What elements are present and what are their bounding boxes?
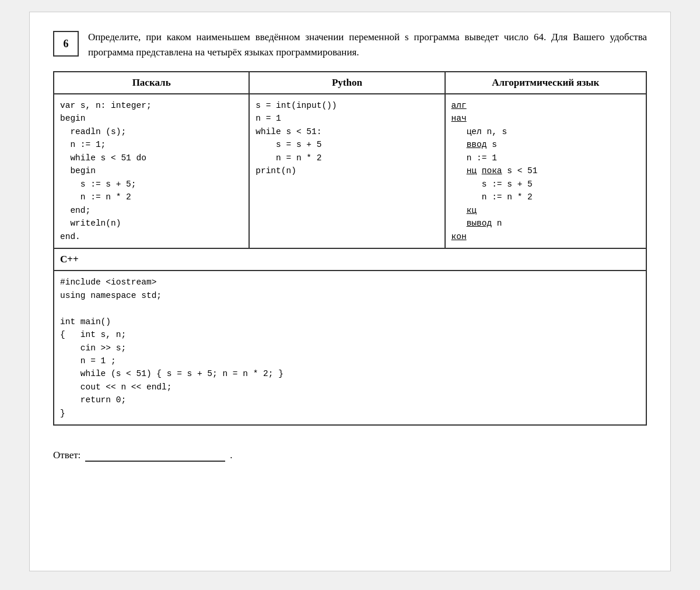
pascal-header: Паскаль (54, 72, 249, 94)
alg-cell: алг нач цел n, s ввод s n := 1 нц пока s… (445, 94, 646, 248)
question-text: Определите, при каком наименьшем введённ… (88, 30, 647, 59)
answer-label: Ответ: (53, 449, 80, 461)
code-row: var s, n: integer; begin readln (s); n :… (54, 94, 646, 248)
page: 6 Определите, при каком наименьшем введё… (29, 12, 671, 571)
alg-code: алг нач цел n, s ввод s n := 1 нц пока s… (452, 99, 640, 243)
cpp-code-cell: #include <iostream> using namespace std;… (54, 271, 646, 425)
python-cell: s = int(input()) n = 1 while s < 51: s =… (249, 94, 444, 248)
cpp-header-cell: C++ (54, 248, 646, 271)
cpp-header-row: C++ (54, 248, 646, 271)
answer-dot: . (230, 449, 232, 461)
pascal-cell: var s, n: integer; begin readln (s); n :… (54, 94, 249, 248)
answer-input-line[interactable] (85, 449, 225, 462)
table-header-row: Паскаль Python Алгоритмический язык (54, 72, 646, 94)
answer-section: Ответ: . (53, 449, 647, 462)
question-header: 6 Определите, при каком наименьшем введё… (53, 30, 647, 59)
question-number: 6 (53, 31, 79, 57)
cpp-code: #include <iostream> using namespace std;… (60, 276, 640, 420)
code-table: Паскаль Python Алгоритмический язык var … (53, 71, 647, 426)
python-header: Python (249, 72, 444, 94)
python-code: s = int(input()) n = 1 while s < 51: s =… (256, 99, 438, 178)
cpp-code-row: #include <iostream> using namespace std;… (54, 271, 646, 425)
alg-header: Алгоритмический язык (445, 72, 646, 94)
pascal-code: var s, n: integer; begin readln (s); n :… (60, 99, 243, 243)
